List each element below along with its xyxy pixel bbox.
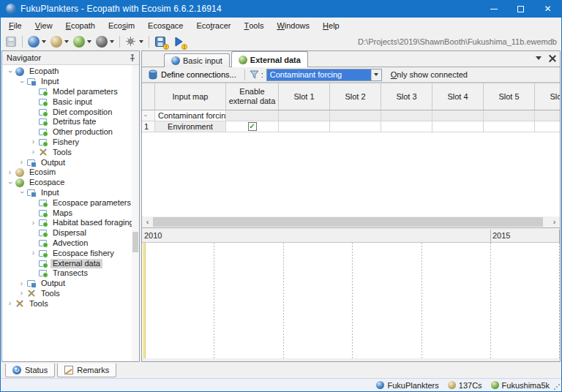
ecospace-globe-button[interactable]: [71, 34, 94, 49]
expander-expanded-icon[interactable]: ›: [7, 178, 14, 187]
bottom-tab-status[interactable]: Status: [5, 363, 55, 377]
filter-colon: :: [261, 70, 263, 79]
tree-item-advection[interactable]: Advection: [2, 238, 132, 249]
maximize-button[interactable]: [507, 0, 534, 18]
tree-item-transects[interactable]: Transects: [2, 268, 132, 279]
tree-item-output[interactable]: ›Output: [2, 279, 132, 289]
define-connections-button[interactable]: Define connections...: [145, 69, 240, 80]
timeline-cursor[interactable]: [143, 243, 146, 358]
tree-item-ecospace[interactable]: ›Ecospace: [2, 178, 132, 188]
slot-cell[interactable]: [279, 121, 330, 132]
tree-item-output[interactable]: ›Output: [2, 157, 132, 167]
expander-collapsed-icon[interactable]: ›: [29, 219, 38, 227]
ecosim-globe-button[interactable]: [48, 34, 71, 49]
menu-item-tools[interactable]: Tools: [238, 18, 271, 34]
close-button[interactable]: ✕: [534, 0, 561, 18]
resize-grip-icon[interactable]: [553, 383, 560, 390]
expander-expanded-icon[interactable]: ›: [7, 67, 14, 76]
timeline-plot-area[interactable]: [142, 243, 560, 358]
tree-item-ecospace-fishery[interactable]: ›Ecospace fishery: [2, 248, 132, 258]
group-expander-cell[interactable]: ›: [142, 110, 155, 121]
expander-expanded-icon[interactable]: ›: [18, 77, 26, 86]
tree-item-dispersal[interactable]: Dispersal: [2, 228, 132, 238]
ecopath-globe-button[interactable]: [26, 34, 48, 49]
tree-item-tools[interactable]: ›Tools: [2, 298, 132, 309]
group-expanded-icon[interactable]: ›: [142, 115, 149, 117]
table-group-row[interactable]: ›Contaminant forcing: [142, 110, 560, 121]
tree-item-input[interactable]: ›Input: [2, 188, 132, 198]
tree-item-tools[interactable]: ›Tools: [2, 289, 132, 299]
tree-item-ecopath[interactable]: ›Ecopath: [2, 67, 132, 77]
tree-item-detritus-fate[interactable]: Detritus fate: [2, 117, 132, 127]
tree-item-external-data[interactable]: External data: [2, 258, 132, 268]
tab-external-data[interactable]: External data: [231, 51, 308, 67]
slot-cell[interactable]: [432, 121, 484, 132]
expander-collapsed-icon[interactable]: ›: [5, 300, 15, 307]
tree-item-ecosim[interactable]: ›Ecosim: [2, 167, 132, 178]
dropdown-arrow-icon[interactable]: [42, 40, 46, 43]
tree-item-maps[interactable]: Maps: [2, 208, 132, 218]
maximize-icon: [517, 6, 524, 12]
bottom-tab-remarks[interactable]: Remarks: [57, 363, 116, 377]
expander-collapsed-icon[interactable]: ›: [17, 159, 26, 166]
run-warning-button[interactable]: !: [171, 34, 187, 49]
menu-item-ecospace[interactable]: Ecospace: [141, 18, 190, 34]
dropdown-arrow-icon[interactable]: [110, 40, 114, 43]
expander-collapsed-icon[interactable]: ›: [29, 249, 38, 257]
tree-item-fishery[interactable]: ›Fishery: [2, 137, 132, 148]
tree-item-input[interactable]: ›Input: [2, 77, 132, 87]
only-show-connected-label[interactable]: Only show connected: [391, 70, 468, 79]
scrollbar-track[interactable]: [153, 216, 549, 227]
tab-basic-input[interactable]: Basic input: [164, 53, 230, 67]
forcing-select[interactable]: Contaminant forcing: [266, 69, 382, 81]
enable-external-data-cell[interactable]: [226, 121, 279, 132]
menu-item-ecopath[interactable]: Ecopath: [59, 18, 102, 34]
minimize-button[interactable]: [480, 0, 507, 18]
scroll-left-icon[interactable]: ‹: [142, 216, 153, 227]
menu-item-help[interactable]: Help: [316, 18, 346, 34]
expander-collapsed-icon[interactable]: ›: [29, 148, 38, 156]
expander-collapsed-icon[interactable]: ›: [29, 138, 38, 146]
save-button[interactable]: [3, 34, 19, 49]
expander-collapsed-icon[interactable]: ›: [17, 280, 26, 287]
dropdown-arrow-icon[interactable]: [87, 40, 91, 43]
menu-item-ecotracer[interactable]: Ecotracer: [190, 18, 237, 34]
tree-item-model-parameters[interactable]: Model parameters: [2, 87, 132, 97]
tree-item-diet-composition[interactable]: Diet composition: [2, 107, 132, 117]
tree-item-tools[interactable]: ›Tools: [2, 147, 132, 157]
menu-item-windows[interactable]: Windows: [270, 18, 316, 34]
combo-dropdown-icon[interactable]: [371, 69, 381, 80]
tree-item-basic-input[interactable]: Basic input: [2, 97, 132, 107]
bottom-tabstrip: StatusRemarks: [1, 363, 561, 378]
slot-cell[interactable]: [330, 121, 381, 132]
enable-checkbox[interactable]: [248, 122, 257, 131]
navigator-scrollbar[interactable]: [132, 65, 139, 361]
tree-item-other-production[interactable]: Other production: [2, 127, 132, 137]
navigator-scrollbar-thumb[interactable]: [132, 232, 138, 252]
expander-collapsed-icon[interactable]: ›: [5, 169, 15, 176]
tab-list-dropdown-icon[interactable]: [536, 56, 542, 60]
slot-cell[interactable]: [484, 121, 535, 132]
ecotracer-sphere-button[interactable]: [94, 34, 116, 49]
dropdown-arrow-icon[interactable]: [64, 40, 69, 43]
slot-cell[interactable]: [535, 121, 561, 132]
expander-expanded-icon[interactable]: ›: [18, 188, 26, 197]
dropdown-arrow-icon[interactable]: [139, 40, 143, 43]
tree-item-ecospace-parameters[interactable]: Ecospace parameters: [2, 197, 132, 208]
scroll-right-icon[interactable]: ›: [549, 216, 560, 227]
save-warning-button[interactable]: !: [152, 34, 168, 49]
menu-item-file[interactable]: File: [2, 18, 29, 34]
timeline-gridline: [214, 243, 214, 358]
toolbar-separator: [119, 36, 120, 48]
close-tab-icon[interactable]: [549, 55, 555, 61]
menu-item-view[interactable]: View: [29, 18, 59, 34]
pin-icon[interactable]: [129, 54, 136, 62]
tree-item-habitat-based-foraging[interactable]: ›Habitat based foraging: [2, 218, 132, 228]
expander-collapsed-icon[interactable]: ›: [17, 290, 26, 297]
menu-item-ecosim[interactable]: Ecosim: [102, 18, 141, 34]
save-icon: [5, 36, 17, 48]
slot-cell[interactable]: [381, 121, 432, 132]
spiderweb-button[interactable]: [123, 34, 146, 49]
scrollbar-thumb[interactable]: [153, 217, 543, 227]
horizontal-scrollbar[interactable]: ‹ ›: [142, 216, 560, 227]
